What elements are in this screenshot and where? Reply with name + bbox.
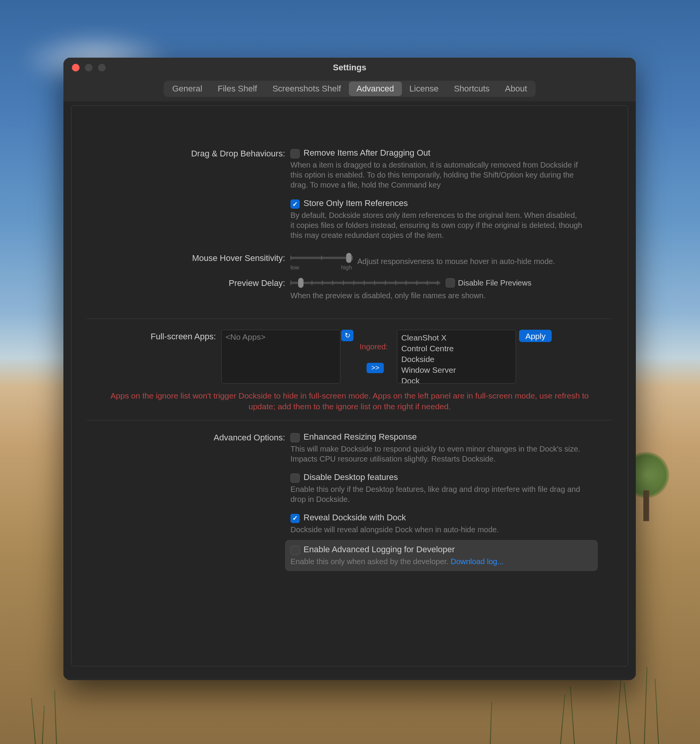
list-item[interactable]: Dock [401,375,512,384]
tab-bar: General Files Shelf Screenshots Shelf Ad… [63,78,636,101]
remove-items-checkbox[interactable] [290,149,300,158]
tab-shortcuts[interactable]: Shortcuts [446,81,497,96]
settings-window: Settings General Files Shelf Screenshots… [63,58,636,680]
advanced-options-label: Advanced Options: [91,432,290,571]
titlebar: Settings [63,58,636,78]
apply-button[interactable]: Apply [519,330,552,342]
tab-segmented-control: General Files Shelf Screenshots Shelf Ad… [164,81,536,97]
reveal-dock-desc: Dockside will reveal alongside Dock when… [290,525,582,535]
fullscreen-apps-desc: Apps on the ignore list won't trigger Do… [91,390,609,412]
logging-desc-text: Enable this only when asked by the devel… [290,557,451,566]
enable-logging-desc: Enable this only when asked by the devel… [290,556,592,566]
ignored-apps-list[interactable]: CleanShot X Control Centre Dockside Wind… [397,330,516,384]
disable-desktop-label: Disable Desktop features [304,472,398,482]
tab-license[interactable]: License [402,81,446,96]
settings-content: Drag & Drop Behaviours: Remove Items Aft… [71,105,628,666]
minimize-button[interactable] [85,64,93,71]
list-item[interactable]: CleanShot X [401,332,512,343]
remove-items-desc: When a item is dragged to a destination,… [290,160,582,190]
maximize-button[interactable] [98,64,106,71]
traffic-lights [63,64,106,71]
disable-previews-checkbox[interactable] [446,278,455,287]
tab-general[interactable]: General [164,81,210,96]
hover-sensitivity-slider[interactable] [290,252,352,263]
enhanced-resize-label: Enhanced Resizing Response [304,432,417,442]
drag-drop-label: Drag & Drop Behaviours: [91,148,290,249]
fullscreen-apps-label: Full-screen Apps: [91,330,221,342]
divider [87,319,612,319]
hover-desc: Adjust responsiveness to mouse hover in … [357,257,555,266]
ignored-label: Ingored: [360,340,391,351]
enhanced-resize-desc: This will make Dockside to respond quick… [290,444,582,464]
disable-desktop-desc: Enable this only if the Desktop features… [290,484,582,504]
hover-high-label: high [341,264,352,271]
no-apps-placeholder: <No Apps> [226,332,336,342]
divider [87,420,612,420]
preview-desc: When the preview is disabled, only file … [290,291,582,300]
store-refs-label: Store Only Item References [304,198,408,208]
list-item[interactable]: Dockside [401,354,512,365]
list-item[interactable]: Window Server [401,365,512,375]
disable-previews-label: Disable File Previews [458,279,531,287]
reveal-dock-checkbox[interactable] [290,514,300,523]
hover-label: Mouse Hover Sensitivity: [91,252,290,271]
preview-delay-slider[interactable] [290,277,440,288]
refresh-button[interactable]: ↻ [341,330,353,341]
tab-files-shelf[interactable]: Files Shelf [210,81,265,96]
enable-logging-checkbox[interactable] [290,546,300,555]
preview-delay-label: Preview Delay: [91,277,290,311]
disable-desktop-checkbox[interactable] [290,473,300,483]
fullscreen-apps-list[interactable]: <No Apps> [221,330,340,384]
tab-advanced[interactable]: Advanced [349,81,402,96]
close-button[interactable] [72,64,80,71]
download-log-link[interactable]: Download log... [451,557,504,566]
logging-row-highlight: Enable Advanced Logging for Developer En… [285,540,598,571]
tab-about[interactable]: About [497,81,535,96]
move-to-ignored-button[interactable]: >> [367,363,384,373]
store-refs-checkbox[interactable] [290,199,300,209]
reveal-dock-label: Reveal Dockside with Dock [304,513,406,523]
enable-logging-label: Enable Advanced Logging for Developer [304,545,455,555]
tab-screenshots-shelf[interactable]: Screenshots Shelf [265,81,349,96]
list-item[interactable]: Control Centre [401,343,512,354]
hover-low-label: low [290,264,299,271]
enhanced-resize-checkbox[interactable] [290,433,300,442]
window-title: Settings [333,63,367,73]
store-refs-desc: By default, Dockside stores only item re… [290,210,582,240]
remove-items-label: Remove Items After Dragging Out [304,148,430,158]
refresh-icon: ↻ [345,331,350,340]
